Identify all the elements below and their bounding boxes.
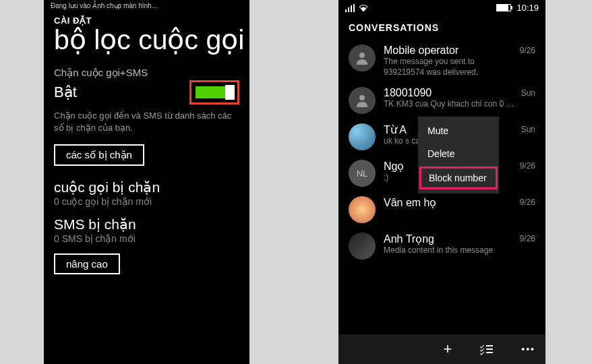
blocked-calls-title: cuộc gọi bị chặn [54,179,239,195]
svg-rect-2 [351,5,352,12]
context-menu: Mute Delete Block number [418,117,499,193]
new-message-button[interactable]: + [443,340,452,358]
toggle-state-text: Bật [54,84,77,101]
saving-toast: Đang lưu vào Ảnh chụp màn hình… [44,0,249,11]
settings-screen: Đang lưu vào Ảnh chụp màn hình… CÀI ĐẶT … [44,0,249,364]
conversations-screen: 10:19 CONVERSATIONS Mobile operator The … [338,0,545,364]
menu-mute[interactable]: Mute [418,119,499,142]
conversation-item[interactable]: Mobile operator The message you sent to … [344,40,540,82]
battery-icon [496,4,511,11]
signal-icon [345,4,355,12]
blocked-sms-title: SMS bị chặn [54,216,239,233]
conversation-date: 9/26 [520,160,535,171]
conversation-name: Anh Trọng [384,233,516,245]
conversations-header: CONVERSATIONS [338,13,545,40]
conversation-date: Sun [521,87,535,98]
blocked-calls-section[interactable]: cuộc gọi bị chặn 0 cuộc gọi bị chặn mới [44,179,249,216]
blocked-sms-count: 0 SMS bị chặn mới [54,233,239,244]
svg-rect-3 [353,4,355,12]
avatar: NL [349,160,376,187]
conversation-preview: The message you sent to 939219574 was de… [384,57,516,78]
conversation-item[interactable]: Vân em họ 9/26 [344,191,540,228]
highlight-toggle [189,80,239,104]
settings-header: CÀI ĐẶT [44,11,249,26]
block-toggle[interactable] [194,85,235,100]
svg-point-5 [359,95,365,100]
avatar [349,44,376,71]
avatar [349,233,376,260]
wifi-icon [359,4,368,12]
conversation-preview: Media content in this message [384,245,516,256]
app-bar: + ••• [338,334,545,364]
menu-delete[interactable]: Delete [418,142,499,165]
avatar [349,196,376,223]
conversation-list: Mobile operator The message you sent to … [338,40,545,264]
conversation-date: 9/26 [520,44,535,55]
toggle-thumb [225,85,235,100]
avatar-initials: NL [357,169,368,179]
avatar [349,87,376,114]
status-bar: 10:19 [338,0,545,13]
menu-block-number[interactable]: Block number [419,166,498,189]
svg-rect-1 [348,7,349,12]
toggle-label: Chặn cuộc gọi+SMS [44,67,249,79]
blocked-calls-count: 0 cuộc gọi bị chặn mới [54,196,239,207]
page-title: bộ lọc cuộc gọi [44,26,249,67]
advanced-button[interactable]: nâng cao [54,253,120,274]
conversation-preview: TK KM3 cua Quy khach chi con 0 VND. [384,99,517,110]
conversation-item[interactable]: 18001090 TK KM3 cua Quy khach chi con 0 … [344,82,540,119]
svg-rect-0 [345,9,347,12]
blocked-sms-section[interactable]: SMS bị chặn 0 SMS bị chặn mới [44,216,249,253]
conversation-date: 9/26 [520,196,535,207]
toggle-on-fill [194,85,225,100]
help-text: Chặn cuộc gọi đến và SMS từ danh sách cá… [44,110,249,144]
conversation-date: 9/26 [520,233,535,243]
conversation-item[interactable]: Anh Trọng Media content in this message … [344,228,540,264]
conversation-name: Mobile operator [384,44,516,57]
conversation-date: Sun [521,123,535,134]
avatar [349,123,376,150]
conversation-name: 18001090 [384,87,517,99]
more-button[interactable]: ••• [521,344,535,355]
conversation-item[interactable]: Từ A uk ko s cafe vậy Sun Mute Delete Bl… [344,119,540,155]
select-button[interactable] [480,345,493,354]
blocked-numbers-button[interactable]: các số bị chặn [54,144,144,166]
select-icon [480,345,493,354]
conversation-name: Vân em họ [384,196,516,209]
clock: 10:19 [516,3,539,13]
svg-point-4 [359,53,365,58]
